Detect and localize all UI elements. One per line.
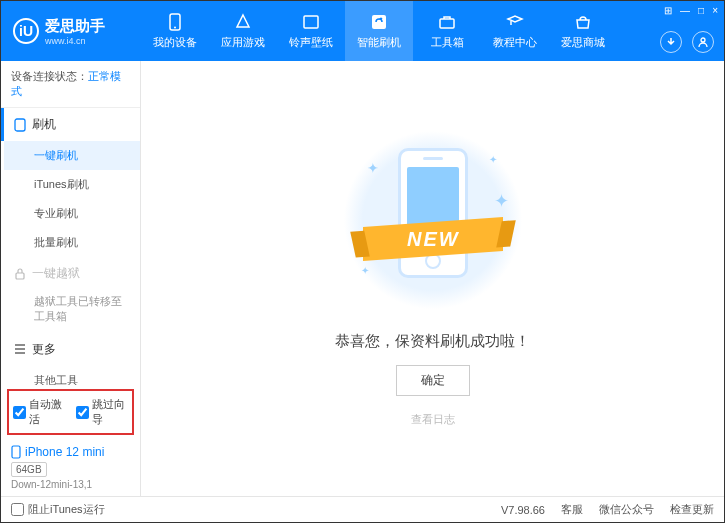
skip-guide-checkbox[interactable]: 跳过向导 <box>76 397 129 427</box>
sidebar-jailbreak-title: 一键越狱 <box>32 265 80 282</box>
svg-rect-8 <box>12 446 20 458</box>
store-icon <box>574 13 592 31</box>
jailbreak-note: 越狱工具已转移至 工具箱 <box>4 290 140 333</box>
sidebar-more-head[interactable]: 更多 <box>4 333 140 366</box>
body: 设备连接状态：正常模式 刷机 一键刷机 iTunes刷机 专业刷机 批量刷机 <box>1 61 724 496</box>
nav-label: 应用游戏 <box>221 35 265 50</box>
svg-rect-3 <box>372 15 386 29</box>
block-itunes-checkbox[interactable]: 阻止iTunes运行 <box>11 502 105 517</box>
app-window: iU 爱思助手 www.i4.cn 我的设备 应用游戏 铃声壁纸 智能刷机 <box>0 0 725 523</box>
nav-tutorial[interactable]: 教程中心 <box>481 1 549 61</box>
checkbox-label: 自动激活 <box>29 397 66 427</box>
main-content: ✦ ✦ ✦ ✦ NEW 恭喜您，保资料刷机成功啦！ 确定 查看日志 <box>141 61 724 496</box>
checkbox-label: 阻止iTunes运行 <box>28 502 105 517</box>
auto-activate-checkbox[interactable]: 自动激活 <box>13 397 66 427</box>
version-label: V7.98.66 <box>501 504 545 516</box>
nav-label: 爱思商城 <box>561 35 605 50</box>
sidebar: 设备连接状态：正常模式 刷机 一键刷机 iTunes刷机 专业刷机 批量刷机 <box>1 61 141 496</box>
nav-flash[interactable]: 智能刷机 <box>345 1 413 61</box>
device-block[interactable]: iPhone 12 mini 64GB Down-12mini-13,1 <box>1 439 140 496</box>
minimize-button[interactable]: — <box>680 5 690 16</box>
apps-icon <box>234 13 252 31</box>
close-button[interactable]: × <box>712 5 718 16</box>
statusbar: 阻止iTunes运行 V7.98.66 客服 微信公众号 检查更新 <box>1 496 724 522</box>
svg-rect-2 <box>304 16 318 28</box>
download-button[interactable] <box>660 31 682 53</box>
phone-icon <box>166 13 184 31</box>
nav-store[interactable]: 爱思商城 <box>549 1 617 61</box>
sidebar-jailbreak-head[interactable]: 一键越狱 <box>4 257 140 290</box>
nav-label: 我的设备 <box>153 35 197 50</box>
device-storage: 64GB <box>11 462 47 477</box>
customer-service-link[interactable]: 客服 <box>561 502 583 517</box>
svg-rect-7 <box>16 273 24 279</box>
top-nav: 我的设备 应用游戏 铃声壁纸 智能刷机 工具箱 教程中心 <box>141 1 617 61</box>
device-sub: Down-12mini-13,1 <box>11 479 130 490</box>
window-controls: ⊞ — □ × <box>664 5 718 16</box>
sidebar-flash-title: 刷机 <box>32 116 56 133</box>
device-name: iPhone 12 mini <box>11 445 130 459</box>
titlebar: iU 爱思助手 www.i4.cn 我的设备 应用游戏 铃声壁纸 智能刷机 <box>1 1 724 61</box>
sidebar-flash-head[interactable]: 刷机 <box>1 108 140 141</box>
check-update-link[interactable]: 检查更新 <box>670 502 714 517</box>
nav-label: 工具箱 <box>431 35 464 50</box>
lock-icon <box>14 268 26 280</box>
nav-apps[interactable]: 应用游戏 <box>209 1 277 61</box>
phone-icon <box>14 118 26 132</box>
sidebar-item-other-tools[interactable]: 其他工具 <box>4 366 140 385</box>
sidebar-item-itunes-flash[interactable]: iTunes刷机 <box>4 170 140 199</box>
phone-icon <box>11 445 21 459</box>
toolbox-icon <box>438 13 456 31</box>
grid-button[interactable]: ⊞ <box>664 5 672 16</box>
sidebar-item-oneclick-flash[interactable]: 一键刷机 <box>4 141 140 170</box>
wallpaper-icon <box>302 13 320 31</box>
svg-rect-6 <box>15 119 25 131</box>
sidebar-item-batch-flash[interactable]: 批量刷机 <box>4 228 140 257</box>
success-illustration: ✦ ✦ ✦ ✦ NEW <box>343 130 523 310</box>
ok-button[interactable]: 确定 <box>396 365 470 396</box>
user-button[interactable] <box>692 31 714 53</box>
view-log-link[interactable]: 查看日志 <box>411 412 455 427</box>
svg-point-1 <box>174 26 176 28</box>
wechat-link[interactable]: 微信公众号 <box>599 502 654 517</box>
menu-icon <box>14 344 26 354</box>
brand-url: www.i4.cn <box>45 36 105 46</box>
brand-name: 爱思助手 <box>45 17 105 36</box>
svg-point-5 <box>701 38 705 42</box>
title-actions <box>660 31 714 53</box>
logo-icon: iU <box>13 18 39 44</box>
svg-rect-4 <box>440 19 454 28</box>
nav-label: 教程中心 <box>493 35 537 50</box>
sidebar-item-pro-flash[interactable]: 专业刷机 <box>4 199 140 228</box>
options-highlight: 自动激活 跳过向导 <box>7 389 134 435</box>
conn-label: 设备连接状态： <box>11 70 88 82</box>
nav-toolbox[interactable]: 工具箱 <box>413 1 481 61</box>
nav-label: 智能刷机 <box>357 35 401 50</box>
nav-my-device[interactable]: 我的设备 <box>141 1 209 61</box>
connection-status: 设备连接状态：正常模式 <box>1 61 140 108</box>
tutorial-icon <box>506 13 524 31</box>
sidebar-more-title: 更多 <box>32 341 56 358</box>
checkbox-label: 跳过向导 <box>92 397 129 427</box>
nav-label: 铃声壁纸 <box>289 35 333 50</box>
success-message: 恭喜您，保资料刷机成功啦！ <box>335 332 530 351</box>
flash-icon <box>370 13 388 31</box>
nav-ringtone[interactable]: 铃声壁纸 <box>277 1 345 61</box>
brand: iU 爱思助手 www.i4.cn <box>1 17 141 46</box>
maximize-button[interactable]: □ <box>698 5 704 16</box>
